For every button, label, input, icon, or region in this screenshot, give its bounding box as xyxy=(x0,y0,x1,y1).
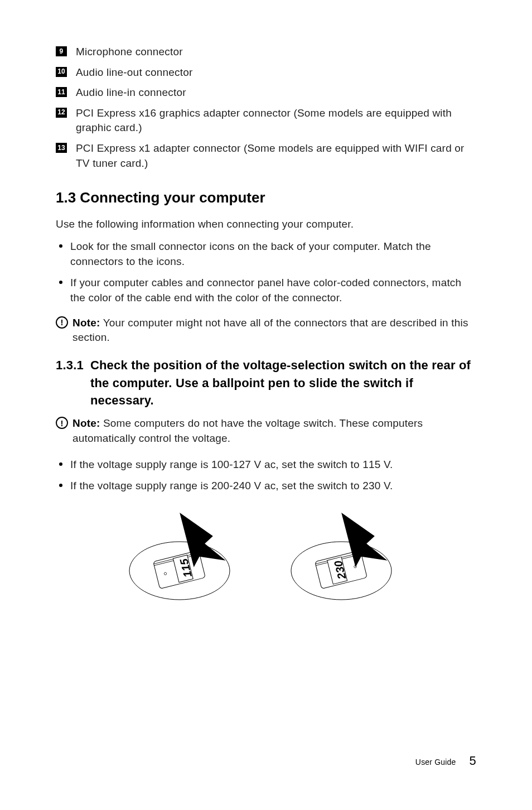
footer-label: User Guide xyxy=(415,757,456,768)
item-text: PCI Express x16 graphics adapter connect… xyxy=(76,106,476,136)
list-item: 11 Audio line-in connector xyxy=(56,85,476,100)
bullet-text: If your computer cables and connector pa… xyxy=(70,276,476,305)
bullet-icon xyxy=(59,462,62,466)
section-heading: 1.3 Connecting your computer xyxy=(56,187,476,208)
item-number-badge: 13 xyxy=(56,143,67,153)
note-text: Note: Some computers do not have the vol… xyxy=(72,416,476,446)
attention-icon: ! xyxy=(56,316,68,329)
note-text: Note: Your computer might not have all o… xyxy=(72,316,476,345)
list-item: If your computer cables and connector pa… xyxy=(56,276,476,305)
note-block: ! Note: Some computers do not have the v… xyxy=(56,416,476,446)
item-text: Audio line-out connector xyxy=(76,65,476,80)
voltage-switch-diagrams: 115 230 xyxy=(56,504,476,610)
item-number-badge: 10 xyxy=(56,67,67,77)
heading-text: Check the position of the voltage-select… xyxy=(90,356,476,410)
numbered-connector-list: 9 Microphone connector 10 Audio line-out… xyxy=(56,45,476,171)
item-number-badge: 12 xyxy=(56,108,67,118)
bullet-list: If the voltage supply range is 100-127 V… xyxy=(56,457,476,494)
item-text: PCI Express x1 adapter connector (Some m… xyxy=(76,141,476,171)
bullet-text: If the voltage supply range is 100-127 V… xyxy=(70,457,476,472)
voltage-switch-230-diagram: 230 xyxy=(286,504,408,610)
list-item: 10 Audio line-out connector xyxy=(56,65,476,80)
item-number-badge: 9 xyxy=(56,46,67,56)
item-text: Audio line-in connector xyxy=(76,85,476,100)
voltage-switch-115-diagram: 115 xyxy=(124,504,246,610)
bullet-icon xyxy=(59,281,62,284)
bullet-text: If the voltage supply range is 200-240 V… xyxy=(70,479,476,494)
list-item: If the voltage supply range is 100-127 V… xyxy=(56,457,476,472)
attention-icon: ! xyxy=(56,417,68,429)
note-block: ! Note: Your computer might not have all… xyxy=(56,316,476,345)
heading-number: 1.3.1 xyxy=(56,356,84,374)
list-item: If the voltage supply range is 200-240 V… xyxy=(56,479,476,494)
list-item: 13 PCI Express x1 adapter connector (Som… xyxy=(56,141,476,171)
list-item: Look for the small connector icons on th… xyxy=(56,239,476,269)
subsection-heading: 1.3.1 Check the position of the voltage-… xyxy=(56,356,476,410)
bullet-icon xyxy=(59,484,62,487)
item-text: Microphone connector xyxy=(76,45,476,60)
bullet-text: Look for the small connector icons on th… xyxy=(70,239,476,269)
page-number: 5 xyxy=(470,753,476,770)
item-number-badge: 11 xyxy=(56,87,67,97)
list-item: 12 PCI Express x16 graphics adapter conn… xyxy=(56,106,476,136)
bullet-list: Look for the small connector icons on th… xyxy=(56,239,476,305)
bullet-icon xyxy=(59,244,62,248)
intro-text: Use the following information when conne… xyxy=(56,217,476,232)
page-footer: User Guide 5 xyxy=(415,753,476,770)
list-item: 9 Microphone connector xyxy=(56,45,476,60)
